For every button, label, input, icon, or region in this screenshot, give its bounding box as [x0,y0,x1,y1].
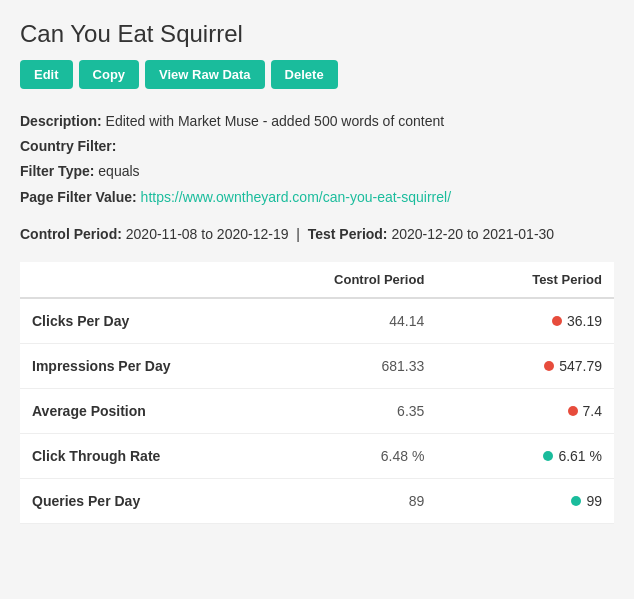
test-value-text: 99 [586,493,602,509]
metric-name: Click Through Rate [20,433,220,478]
table-header-row: Control Period Test Period [20,262,614,298]
col-test-period: Test Period [436,262,614,298]
page-filter-line: Page Filter Value: https://www.owntheyar… [20,185,614,210]
copy-button[interactable]: Copy [79,60,140,89]
filter-type-value: equals [98,163,139,179]
table-row: Impressions Per Day681.33547.79 [20,343,614,388]
green-indicator [571,496,581,506]
col-metric [20,262,220,298]
control-value: 44.14 [220,298,436,344]
country-filter-label: Country Filter: [20,138,116,154]
red-indicator [552,316,562,326]
test-value: 547.79 [436,343,614,388]
test-value: 6.61 % [436,433,614,478]
filter-type-label: Filter Type: [20,163,94,179]
control-period-range: 2020-11-08 to 2020-12-19 [126,226,289,242]
test-value-text: 6.61 % [558,448,602,464]
action-buttons: Edit Copy View Raw Data Delete [20,60,614,89]
page-title: Can You Eat Squirrel [20,20,614,48]
test-period-label: Test Period: [308,226,388,242]
period-line: Control Period: 2020-11-08 to 2020-12-19… [20,226,614,242]
page-filter-url[interactable]: https://www.owntheyard.com/can-you-eat-s… [141,189,451,205]
test-value: 36.19 [436,298,614,344]
metric-name: Impressions Per Day [20,343,220,388]
description-label: Description: [20,113,102,129]
control-period-label: Control Period: [20,226,122,242]
red-indicator [568,406,578,416]
page-filter-label: Page Filter Value: [20,189,137,205]
metric-name: Average Position [20,388,220,433]
table-row: Click Through Rate6.48 %6.61 % [20,433,614,478]
table-row: Average Position6.357.4 [20,388,614,433]
metric-name: Clicks Per Day [20,298,220,344]
metric-name: Queries Per Day [20,478,220,523]
control-value: 6.48 % [220,433,436,478]
green-indicator [543,451,553,461]
test-value-text: 7.4 [583,403,602,419]
delete-button[interactable]: Delete [271,60,338,89]
test-period-range: 2020-12-20 to 2021-01-30 [391,226,554,242]
table-row: Queries Per Day8999 [20,478,614,523]
control-value: 89 [220,478,436,523]
control-value: 6.35 [220,388,436,433]
country-filter-line: Country Filter: [20,134,614,159]
description-value: Edited with Market Muse - added 500 word… [106,113,445,129]
view-raw-data-button[interactable]: View Raw Data [145,60,265,89]
control-value: 681.33 [220,343,436,388]
table-row: Clicks Per Day44.1436.19 [20,298,614,344]
red-indicator [544,361,554,371]
test-value: 99 [436,478,614,523]
filter-type-line: Filter Type: equals [20,159,614,184]
edit-button[interactable]: Edit [20,60,73,89]
meta-section: Description: Edited with Market Muse - a… [20,109,614,210]
test-value-text: 547.79 [559,358,602,374]
description-line: Description: Edited with Market Muse - a… [20,109,614,134]
test-value: 7.4 [436,388,614,433]
metrics-table: Control Period Test Period Clicks Per Da… [20,262,614,524]
test-value-text: 36.19 [567,313,602,329]
col-control-period: Control Period [220,262,436,298]
